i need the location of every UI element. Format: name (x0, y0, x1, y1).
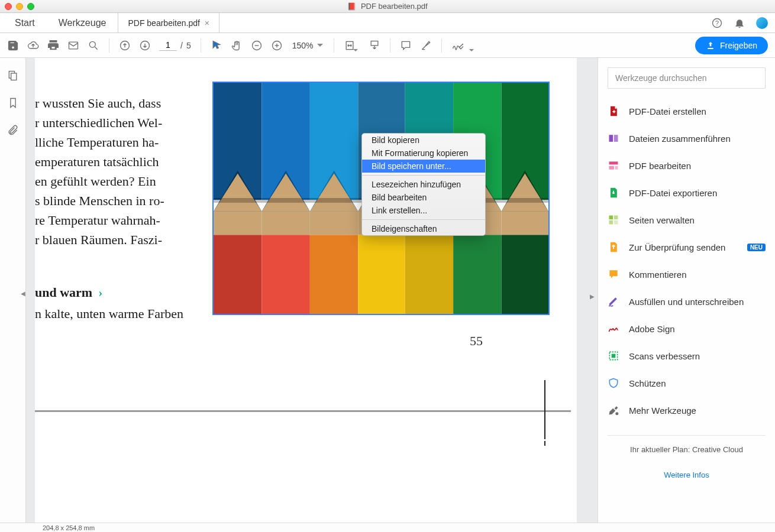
window-titlebar: 📕 PDF bearbeiten.pdf (0, 0, 775, 13)
share-button[interactable]: Freigeben (695, 37, 768, 54)
chevron-down-icon[interactable] (469, 49, 474, 51)
context-menu-item[interactable]: Bild bearbeiten (362, 191, 485, 204)
save-icon[interactable] (7, 40, 19, 51)
svg-rect-58 (615, 166, 618, 170)
svg-rect-54 (609, 135, 613, 142)
heading-text: und warm (35, 283, 92, 302)
tool-item-label: PDF-Datei exportieren (629, 188, 717, 198)
tool-item[interactable]: Ausfüllen und unterschreiben (608, 290, 766, 313)
tool-item[interactable]: Scans verbessern (608, 344, 766, 368)
zoom-select[interactable]: 150% (291, 40, 324, 51)
tool-item[interactable]: Zur Überprüfung sendenNEU (608, 235, 766, 259)
tab-home[interactable]: Start (3, 13, 47, 33)
bell-icon[interactable] (734, 17, 745, 29)
protect-icon (608, 377, 619, 389)
sign-icon[interactable] (451, 40, 463, 51)
page-paragraph: r wussten Sie auch, dassr unterschiedlic… (35, 93, 164, 249)
svg-rect-38 (261, 212, 309, 235)
organize-icon (608, 214, 619, 226)
print-icon[interactable] (47, 40, 59, 51)
page-sep: / (180, 41, 183, 50)
zoom-window-icon[interactable] (27, 3, 34, 10)
svg-rect-2 (69, 42, 78, 49)
page-heading: und warm › (35, 283, 103, 302)
zoom-out-icon[interactable] (251, 40, 263, 51)
context-menu-item[interactable]: Bild speichern unter... (362, 160, 485, 173)
close-tab-icon[interactable]: × (205, 18, 209, 28)
user-avatar[interactable] (756, 17, 768, 29)
more-info-link[interactable]: Weitere Infos (608, 471, 766, 479)
zoom-in-icon[interactable] (271, 40, 283, 51)
send-review-icon (608, 241, 619, 253)
pointer-icon[interactable] (211, 40, 222, 51)
page-up-icon[interactable] (119, 40, 131, 51)
tool-item-label: Ausfüllen und unterschreiben (629, 297, 744, 307)
page-total: 5 (186, 41, 191, 50)
svg-rect-15 (11, 73, 16, 80)
tool-item[interactable]: PDF-Datei exportieren (608, 181, 766, 205)
status-bar: 204,8 x 254,8 mm (0, 523, 775, 532)
tool-item[interactable]: Schützen (608, 371, 766, 395)
context-menu-item[interactable]: Bild kopieren (362, 134, 485, 147)
tool-item[interactable]: PDF-Datei erstellen (608, 99, 766, 123)
svg-point-65 (615, 412, 618, 415)
highlight-icon[interactable] (420, 40, 432, 51)
more-tools-icon (608, 404, 619, 416)
svg-rect-47 (358, 235, 405, 314)
help-icon[interactable]: ? (711, 17, 723, 29)
share-icon (706, 41, 715, 50)
adobe-sign-icon (608, 323, 619, 335)
edit-pdf-icon (608, 160, 619, 171)
minimize-window-icon[interactable] (16, 3, 23, 10)
tool-item-label: PDF-Datei erstellen (629, 106, 706, 116)
tool-item[interactable]: Seiten verwalten (608, 208, 766, 232)
page-down-icon[interactable] (139, 40, 151, 51)
mail-icon[interactable] (67, 40, 79, 51)
collapse-left-icon[interactable]: ◀ (20, 288, 26, 298)
tool-item-label: Zur Überprüfung senden (629, 242, 725, 252)
chevron-down-icon[interactable] (353, 49, 358, 51)
tool-item[interactable]: Mehr Werkzeuge (608, 398, 766, 422)
tool-item[interactable]: PDF bearbeiten (608, 154, 766, 177)
page-dimensions: 204,8 x 254,8 mm (43, 524, 95, 531)
page-indicator: / 5 (159, 40, 191, 51)
comment-icon[interactable] (400, 40, 412, 51)
tools-search-input[interactable]: Werkzeuge durchsuchen (608, 67, 766, 89)
page-number-input[interactable] (159, 40, 177, 51)
svg-rect-56 (609, 161, 618, 164)
page-view-icon[interactable] (369, 40, 380, 51)
context-menu-item[interactable]: Lesezeichen hinzufügen (362, 178, 485, 191)
svg-rect-43 (502, 212, 548, 235)
tool-item-label: Seiten verwalten (629, 215, 695, 225)
fill-sign-icon (608, 296, 619, 307)
close-window-icon[interactable] (5, 3, 12, 10)
cloud-upload-icon[interactable] (27, 40, 39, 51)
svg-rect-46 (310, 235, 358, 314)
search-icon[interactable] (88, 40, 99, 51)
svg-rect-48 (405, 235, 453, 314)
tool-item[interactable]: Adobe Sign (608, 317, 766, 340)
svg-rect-45 (261, 235, 309, 314)
collapse-right-icon[interactable]: ▶ (589, 291, 595, 301)
tool-item-label: PDF bearbeiten (629, 161, 691, 171)
context-menu-item[interactable]: Link erstellen... (362, 204, 485, 217)
svg-rect-13 (371, 41, 378, 46)
attachment-icon[interactable] (7, 124, 19, 136)
tab-tools[interactable]: Werkzeuge (47, 13, 118, 33)
tools-list: PDF-Datei erstellenDateien zusammenführe… (608, 99, 766, 422)
page-break-line (35, 410, 571, 412)
tool-item[interactable]: Dateien zusammenführen (608, 126, 766, 150)
pdf-file-icon: 📕 (347, 2, 356, 11)
svg-rect-62 (614, 220, 618, 225)
hand-icon[interactable] (231, 40, 243, 51)
tab-document[interactable]: PDF bearbeiten.pdf × (118, 13, 219, 33)
bookmark-icon[interactable] (7, 97, 19, 109)
tool-item-label: Schützen (629, 378, 666, 388)
document-viewport[interactable]: r wussten Sie auch, dassr unterschiedlic… (26, 58, 598, 523)
context-menu-item[interactable]: Mit Formatierung kopieren (362, 147, 485, 160)
nav-rail: ◀ (0, 58, 26, 523)
thumbnails-icon[interactable] (7, 70, 19, 82)
svg-rect-64 (612, 354, 616, 358)
tool-item[interactable]: Kommentieren (608, 262, 766, 286)
context-menu-item[interactable]: Bildeigenschaften (362, 222, 485, 235)
